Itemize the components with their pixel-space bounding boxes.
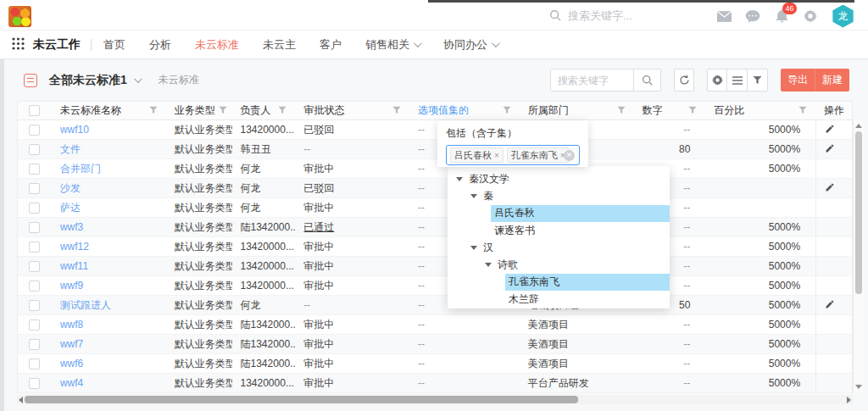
list-search-input[interactable] bbox=[551, 69, 633, 91]
tree-item[interactable]: 孔雀东南飞 bbox=[448, 274, 670, 291]
record-link[interactable]: wwf7 bbox=[60, 338, 83, 350]
record-link[interactable]: 合并部门 bbox=[60, 162, 101, 176]
filter-funnel-icon[interactable] bbox=[219, 105, 227, 117]
edit-pencil-icon[interactable] bbox=[825, 182, 835, 195]
gear-icon[interactable] bbox=[803, 8, 818, 24]
mail-icon[interactable] bbox=[716, 8, 732, 24]
horizontal-scrollbar-thumb[interactable] bbox=[25, 396, 578, 403]
record-link[interactable]: 沙发 bbox=[60, 181, 81, 196]
create-button[interactable]: 新建 bbox=[815, 69, 849, 92]
tree-item[interactable]: 木兰辞 bbox=[448, 291, 670, 308]
chat-icon[interactable] bbox=[745, 8, 760, 24]
nav-item-7[interactable]: 协同办公 bbox=[443, 37, 498, 53]
row-checkbox[interactable] bbox=[29, 144, 40, 155]
column-header-dept[interactable]: 所属部门 bbox=[520, 102, 634, 119]
row-checkbox[interactable] bbox=[29, 300, 40, 311]
scroll-down-icon[interactable] bbox=[855, 385, 862, 389]
nav-item-4[interactable]: 未云主 bbox=[263, 37, 296, 53]
view-title[interactable]: 全部未云标准1 bbox=[49, 73, 127, 88]
tree-item[interactable]: 秦 bbox=[448, 187, 670, 204]
clear-icon[interactable]: ✕ bbox=[564, 150, 575, 161]
filter-funnel-icon[interactable] bbox=[617, 105, 626, 117]
tree-expand-icon[interactable] bbox=[470, 194, 477, 198]
edit-pencil-icon[interactable] bbox=[825, 143, 835, 156]
global-search[interactable]: 搜索关键字... bbox=[549, 3, 632, 30]
scroll-right-icon[interactable] bbox=[847, 397, 851, 403]
filter-funnel-button[interactable] bbox=[748, 69, 768, 92]
export-button[interactable]: 导出 bbox=[781, 69, 815, 92]
bell-icon[interactable]: 46 bbox=[774, 8, 789, 24]
nav-item-2[interactable]: 分析 bbox=[149, 37, 171, 53]
nav-item-6[interactable]: 销售相关 bbox=[365, 37, 420, 53]
vertical-scrollbar-thumb[interactable] bbox=[855, 131, 862, 294]
column-header-owner[interactable]: 负责人 bbox=[232, 102, 296, 119]
column-header-type[interactable]: 业务类型 bbox=[166, 102, 232, 119]
column-header-status[interactable]: 审批状态 bbox=[295, 102, 409, 119]
vertical-scrollbar[interactable] bbox=[853, 119, 864, 393]
column-header-name[interactable]: 未云标准名称 bbox=[52, 102, 166, 119]
refresh-button[interactable] bbox=[674, 69, 694, 92]
filter-tag-input[interactable]: 吕氏春秋×孔雀东南飞× ✕ bbox=[446, 145, 580, 165]
tree-item[interactable]: 汉 bbox=[448, 239, 670, 256]
row-checkbox[interactable] bbox=[29, 280, 40, 292]
scroll-up-icon[interactable] bbox=[855, 124, 862, 128]
filter-funnel-icon[interactable] bbox=[688, 105, 697, 117]
record-link[interactable]: wwf6 bbox=[60, 358, 83, 369]
column-header-ops[interactable]: 操作 bbox=[815, 102, 852, 119]
record-link[interactable]: wwf3 bbox=[60, 221, 83, 233]
row-checkbox[interactable] bbox=[29, 339, 40, 350]
tag-remove-icon[interactable]: × bbox=[494, 151, 499, 160]
chevron-down-icon[interactable] bbox=[134, 75, 142, 83]
filter-funnel-icon[interactable] bbox=[149, 105, 158, 117]
record-link[interactable]: 文件 bbox=[60, 142, 81, 157]
nav-item-3[interactable]: 未云标准 bbox=[195, 37, 239, 53]
nav-item-5[interactable]: 客户 bbox=[320, 37, 342, 53]
filter-funnel-icon[interactable] bbox=[392, 105, 401, 117]
record-link[interactable]: wwf12 bbox=[60, 241, 89, 253]
tree-item[interactable]: 吕氏春秋 bbox=[448, 205, 670, 222]
row-checkbox[interactable] bbox=[29, 358, 40, 369]
filter-tag[interactable]: 孔雀东南飞× bbox=[507, 147, 570, 163]
filter-funnel-icon[interactable] bbox=[798, 105, 807, 117]
column-header-number[interactable]: 数字 bbox=[634, 102, 706, 119]
record-link[interactable]: wwf4 bbox=[60, 377, 83, 389]
list-search-button[interactable] bbox=[633, 69, 660, 91]
edit-pencil-icon[interactable] bbox=[825, 299, 835, 312]
record-link[interactable]: 测试跟进人 bbox=[60, 298, 111, 313]
column-header-optionset[interactable]: 选项值集的 bbox=[409, 102, 520, 119]
filter-funnel-icon[interactable] bbox=[503, 105, 511, 117]
tree-item[interactable]: 秦汉文学 bbox=[448, 170, 670, 187]
record-link[interactable]: wwf10 bbox=[60, 124, 89, 136]
record-link[interactable]: wwf8 bbox=[60, 319, 83, 330]
app-name[interactable]: 未云工作 bbox=[33, 37, 81, 53]
row-checkbox[interactable] bbox=[29, 222, 40, 233]
row-checkbox[interactable] bbox=[29, 164, 40, 175]
settings-gear-button[interactable] bbox=[707, 69, 727, 92]
edit-pencil-icon[interactable] bbox=[825, 124, 835, 136]
row-checkbox[interactable] bbox=[29, 183, 40, 194]
select-all-checkbox[interactable] bbox=[29, 105, 40, 116]
filter-tag[interactable]: 吕氏春秋× bbox=[450, 147, 504, 163]
company-logo[interactable] bbox=[8, 6, 31, 27]
tree-expand-icon[interactable] bbox=[470, 246, 477, 250]
apps-grid-icon[interactable] bbox=[12, 37, 25, 53]
record-link[interactable]: 萨达 bbox=[60, 201, 81, 215]
tree-expand-icon[interactable] bbox=[485, 263, 492, 267]
scroll-left-icon[interactable] bbox=[19, 397, 23, 403]
columns-menu-button[interactable] bbox=[727, 69, 748, 92]
row-checkbox[interactable] bbox=[29, 125, 40, 136]
row-checkbox[interactable] bbox=[29, 242, 40, 253]
horizontal-scrollbar[interactable] bbox=[17, 395, 853, 404]
tree-expand-icon[interactable] bbox=[456, 177, 463, 181]
nav-item-1[interactable]: 首页 bbox=[103, 37, 125, 53]
row-checkbox[interactable] bbox=[29, 378, 40, 389]
tree-item[interactable]: 诗歌 bbox=[448, 256, 670, 273]
user-avatar[interactable]: 龙 bbox=[832, 5, 854, 28]
tree-item[interactable]: 谏逐客书 bbox=[448, 222, 670, 239]
filter-funnel-icon[interactable] bbox=[278, 105, 287, 117]
record-link[interactable]: wwf9 bbox=[60, 280, 83, 292]
record-link[interactable]: wwf11 bbox=[60, 260, 88, 272]
row-checkbox[interactable] bbox=[29, 203, 40, 214]
row-checkbox[interactable] bbox=[29, 261, 40, 272]
row-checkbox[interactable] bbox=[29, 319, 40, 330]
